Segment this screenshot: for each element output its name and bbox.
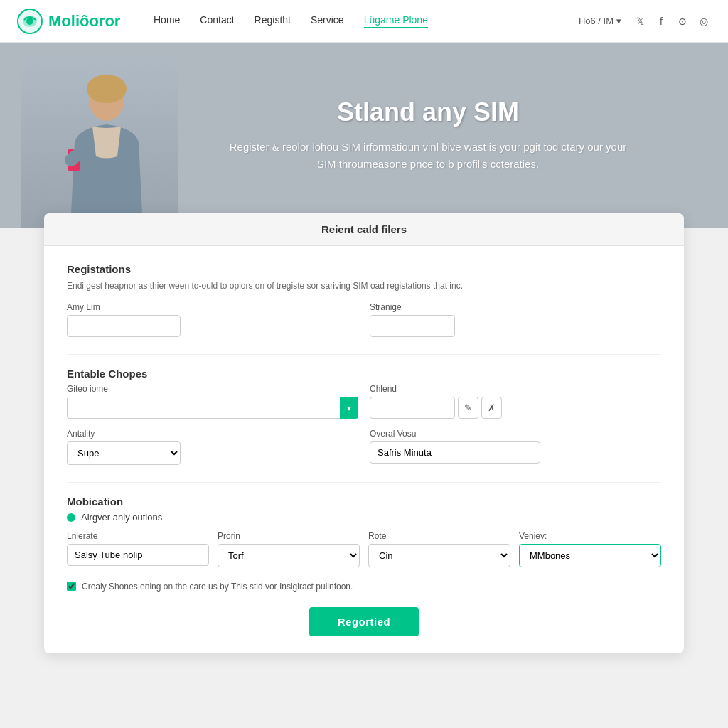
registrations-desc: Endi gest heapnor as thier ween to-ould …: [67, 279, 661, 292]
giteo-iome-input-wrapper: ▾: [67, 397, 358, 419]
toggle-indicator: [67, 513, 75, 522]
divider-2: [67, 482, 661, 483]
giteo-iome-dropdown-btn[interactable]: ▾: [340, 397, 358, 419]
overal-vosu-group: Overal Vosu: [370, 429, 661, 465]
registrations-fields-row: Amy Lim Stranige: [67, 302, 661, 337]
svg-point-4: [87, 75, 127, 103]
overal-vosu-input[interactable]: [370, 441, 540, 464]
logo[interactable]: Moliôoror: [17, 9, 131, 34]
antality-select[interactable]: Supe Option 2: [67, 441, 181, 465]
form-card-header: Reient cald filers: [44, 213, 684, 246]
amy-lim-input[interactable]: [67, 315, 181, 337]
hero-text: Stland any SIM Register & reolor lohou S…: [215, 83, 641, 187]
nav-lugame[interactable]: Lügame Plone: [364, 14, 428, 28]
chlend-group: Chlend ✎ ✗: [370, 384, 661, 419]
person-silhouette: [36, 71, 164, 228]
nav-registht[interactable]: Registht: [255, 14, 291, 28]
hero-subtitle: Register & reolor lohou SIM irformatioun…: [229, 139, 627, 173]
lnierate-group: Lnierate: [67, 531, 209, 567]
registrations-section: Registations Endi gest heapnor as thier …: [67, 263, 661, 337]
divider-1: [67, 354, 661, 355]
logo-text: Moliôoror: [48, 12, 120, 31]
stranige-label: Stranige: [370, 302, 661, 312]
chopes-row1: Giteo iome ▾ Chlend ✎ ✗: [67, 384, 661, 419]
nav-contact[interactable]: Contact: [200, 14, 234, 28]
overal-vosu-label: Overal Vosu: [370, 429, 661, 439]
nav-links: Home Contact Registht Service Lügame Plo…: [154, 14, 556, 28]
antality-label: Antality: [67, 429, 358, 439]
nav-right: Hö6 / IM ▾ 𝕏 f ⊙ ◎: [579, 14, 711, 28]
chopes-row2: Antality Supe Option 2 Overal Vosu: [67, 429, 661, 465]
hero-title: Stland any SIM: [229, 97, 627, 127]
twitter-icon[interactable]: 𝕏: [633, 14, 647, 28]
prorin-select[interactable]: Torf Option 2: [218, 544, 360, 567]
chlend-cross-icon[interactable]: ✗: [481, 397, 502, 419]
nav-home[interactable]: Home: [154, 14, 180, 28]
enable-chopes-section: Entable Chopes Giteo iome ▾ Chlend ✎ ✗: [67, 368, 661, 465]
toggle-label: Alrgver anly outions: [81, 512, 162, 523]
submit-button[interactable]: Regortied: [309, 607, 419, 636]
giteo-iome-group: Giteo iome ▾: [67, 384, 358, 419]
consent-checkbox[interactable]: [67, 582, 76, 591]
hero-section: Stland any SIM Register & reolor lohou S…: [0, 43, 728, 228]
mobication-fields-row: Lnierate Prorin Torf Option 2 Rote Cin O…: [67, 531, 661, 567]
rote-label: Rote: [368, 531, 510, 541]
rote-group: Rote Cin Option 2: [368, 531, 510, 567]
prorin-group: Prorin Torf Option 2: [218, 531, 360, 567]
form-card-body: Registations Endi gest heapnor as thier …: [44, 246, 684, 653]
stranige-input[interactable]: [370, 315, 455, 337]
submit-row: Regortied: [67, 607, 661, 636]
facebook-icon[interactable]: f: [654, 14, 668, 28]
toggle-row: Alrgver anly outions: [67, 512, 661, 523]
logo-icon: [17, 9, 43, 34]
consent-checkbox-row: Crealy Shones ening on the care us by Th…: [67, 580, 661, 593]
nav-service[interactable]: Service: [311, 14, 344, 28]
mobication-section: Mobication Alrgver anly outions Lnierate…: [67, 496, 661, 567]
amy-lim-label: Amy Lim: [67, 302, 358, 312]
enable-chopes-title: Entable Chopes: [67, 368, 661, 380]
mobication-title: Mobication: [67, 496, 661, 508]
field-amy-lim-group: Amy Lim: [67, 302, 358, 337]
veniev-label: Veniev:: [519, 531, 661, 541]
antality-group: Antality Supe Option 2: [67, 429, 358, 465]
chlend-input[interactable]: [370, 397, 455, 419]
social-icons: 𝕏 f ⊙ ◎: [633, 14, 711, 28]
veniev-select[interactable]: MMbones Option 2: [519, 544, 661, 567]
chlend-edit-icon[interactable]: ✎: [458, 397, 478, 419]
form-card: Reient cald filers Registations Endi ges…: [44, 213, 684, 653]
registrations-title: Registations: [67, 263, 661, 275]
rote-select[interactable]: Cin Option 2: [368, 544, 510, 567]
svg-point-2: [26, 18, 33, 25]
giteo-iome-input[interactable]: [67, 397, 340, 419]
giteo-iome-label: Giteo iome: [67, 384, 358, 394]
consent-label: Crealy Shones ening on the care us by Th…: [82, 580, 353, 593]
hero-person-image: [21, 57, 178, 228]
field-stranige-group: Stranige: [370, 302, 661, 337]
prorin-label: Prorin: [218, 531, 360, 541]
chlend-input-wrapper: ✎ ✗: [370, 397, 661, 419]
circle-icon[interactable]: ◎: [697, 14, 711, 28]
pinterest-icon[interactable]: ⊙: [675, 14, 690, 28]
lnierate-label: Lnierate: [67, 531, 209, 541]
lnierate-input[interactable]: [67, 544, 209, 566]
language-selector[interactable]: Hö6 / IM ▾: [579, 16, 621, 26]
chevron-down-icon: ▾: [616, 16, 621, 26]
veniev-group: Veniev: MMbones Option 2: [519, 531, 661, 567]
navbar: Moliôoror Home Contact Registht Service …: [0, 0, 728, 43]
chlend-label: Chlend: [370, 384, 661, 394]
